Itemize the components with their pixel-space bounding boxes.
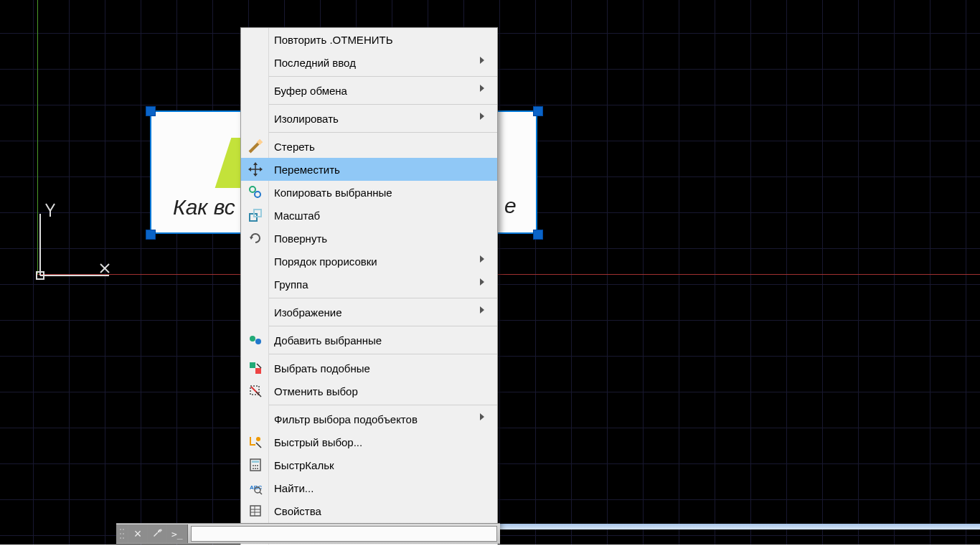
svg-point-45 bbox=[120, 533, 121, 534]
menu-item-label: Отменить выбор bbox=[274, 385, 358, 397]
object-text-left: Как вс bbox=[173, 195, 235, 220]
menu-item-label: Переместить bbox=[274, 164, 340, 176]
chevron-right-icon bbox=[480, 413, 484, 420]
menu-separator bbox=[268, 104, 497, 105]
ucs-icon bbox=[33, 201, 119, 287]
menu-item-label: Изолировать bbox=[274, 113, 339, 125]
menu-item-group[interactable]: Группа bbox=[241, 273, 497, 296]
menu-item-image[interactable]: Изображение bbox=[241, 301, 497, 324]
svg-point-47 bbox=[120, 537, 121, 539]
menu-item-label: Выбрать подобные bbox=[274, 362, 370, 375]
svg-marker-20 bbox=[250, 237, 253, 240]
svg-point-34 bbox=[255, 468, 256, 469]
cmdbar-settings-button[interactable] bbox=[148, 524, 167, 543]
quick-select-icon bbox=[245, 432, 265, 452]
erase-icon bbox=[245, 136, 265, 156]
menu-item-label: Быстрый выбор... bbox=[274, 436, 362, 448]
chevron-right-icon bbox=[480, 306, 484, 314]
svg-marker-13 bbox=[253, 174, 258, 176]
command-input[interactable] bbox=[191, 526, 497, 542]
menu-item-label: Масштаб bbox=[274, 209, 320, 222]
status-strip bbox=[0, 545, 980, 551]
menu-item-label: БыстрКальк bbox=[274, 459, 334, 471]
menu-item-properties[interactable]: Свойства bbox=[241, 499, 497, 522]
cmdbar-prompt: >_ bbox=[167, 524, 188, 543]
grip-bottom-left[interactable] bbox=[146, 230, 156, 240]
menu-item-label: Повторить .ОТМЕНИТЬ bbox=[274, 34, 393, 46]
menu-item-quickcalc[interactable]: БыстрКальк bbox=[241, 453, 497, 476]
axis-x-line bbox=[37, 274, 980, 275]
menu-item-move[interactable]: Переместить bbox=[241, 158, 497, 181]
menu-item-clipboard[interactable]: Буфер обмена bbox=[241, 79, 497, 102]
prompt-glyph: >_ bbox=[171, 529, 183, 540]
svg-point-21 bbox=[250, 336, 255, 342]
context-menu: Повторить .ОТМЕНИТЬ Последний ввод Буфер… bbox=[240, 27, 498, 551]
menu-item-draw-order[interactable]: Порядок прорисовки bbox=[241, 250, 497, 273]
menu-item-select-similar[interactable]: Выбрать подобные bbox=[241, 357, 497, 380]
svg-point-27 bbox=[256, 437, 260, 441]
svg-rect-23 bbox=[250, 362, 255, 368]
svg-line-4 bbox=[50, 204, 55, 211]
svg-point-22 bbox=[255, 339, 261, 344]
menu-item-label: Группа bbox=[274, 278, 308, 291]
menu-item-last-input[interactable]: Последний ввод bbox=[241, 51, 497, 74]
svg-point-43 bbox=[120, 529, 121, 530]
object-text-right: е bbox=[504, 194, 517, 218]
menu-item-label: Последний ввод bbox=[274, 57, 356, 69]
menu-item-label: Порядок прорисовки bbox=[274, 255, 377, 268]
menu-item-find[interactable]: ABC Найти... bbox=[241, 476, 497, 499]
menu-item-rotate[interactable]: Повернуть bbox=[241, 227, 497, 250]
svg-marker-12 bbox=[253, 162, 258, 165]
svg-point-48 bbox=[123, 537, 124, 539]
menu-item-deselect[interactable]: Отменить выбор bbox=[241, 380, 497, 402]
menu-item-scale[interactable]: Масштаб bbox=[241, 204, 497, 227]
menu-item-erase[interactable]: Стереть bbox=[241, 135, 497, 158]
grip-top-right[interactable] bbox=[533, 106, 543, 116]
menu-separator bbox=[268, 405, 497, 405]
close-icon: × bbox=[134, 527, 142, 540]
menu-item-label: Стереть bbox=[274, 141, 315, 153]
move-icon bbox=[245, 159, 265, 179]
svg-rect-29 bbox=[252, 461, 259, 463]
chevron-right-icon bbox=[480, 85, 484, 92]
grip-top-left[interactable] bbox=[146, 106, 156, 116]
svg-point-44 bbox=[123, 529, 124, 530]
cmdbar-grip-icon[interactable] bbox=[116, 524, 128, 543]
svg-point-17 bbox=[255, 192, 260, 197]
menu-item-copy-selected[interactable]: Копировать выбранные bbox=[241, 181, 497, 204]
wrench-icon bbox=[151, 527, 163, 541]
command-bar: × >_ bbox=[116, 523, 500, 544]
menu-item-repeat[interactable]: Повторить .ОТМЕНИТЬ bbox=[241, 28, 497, 51]
rotate-icon bbox=[245, 228, 265, 248]
menu-item-label: Добавить выбранные bbox=[274, 334, 382, 347]
menu-item-label: Буфер обмена bbox=[274, 85, 347, 97]
menu-separator bbox=[268, 132, 497, 133]
calculator-icon bbox=[245, 455, 265, 475]
grip-bottom-right[interactable] bbox=[533, 230, 543, 240]
svg-rect-39 bbox=[250, 506, 260, 516]
menu-item-label: Фильтр выбора подобъектов bbox=[274, 413, 418, 425]
menu-separator bbox=[268, 326, 497, 326]
chevron-right-icon bbox=[480, 113, 484, 120]
svg-rect-24 bbox=[255, 368, 261, 374]
menu-item-label: Повернуть bbox=[274, 232, 327, 245]
svg-point-33 bbox=[253, 468, 254, 469]
svg-marker-14 bbox=[248, 167, 251, 171]
menu-separator bbox=[268, 298, 497, 298]
svg-point-30 bbox=[253, 465, 254, 466]
cmdbar-close-button[interactable]: × bbox=[128, 524, 148, 543]
menu-item-add-selected[interactable]: Добавить выбранные bbox=[241, 329, 497, 352]
menu-item-label: Найти... bbox=[274, 482, 314, 494]
menu-item-label: Изображение bbox=[274, 306, 342, 319]
menu-item-isolate[interactable]: Изолировать bbox=[241, 107, 497, 130]
menu-separator bbox=[268, 76, 497, 77]
menu-item-subobject-filter[interactable]: Фильтр выбора подобъектов bbox=[241, 408, 497, 430]
deselect-icon bbox=[245, 381, 265, 401]
svg-point-32 bbox=[257, 465, 258, 466]
scale-icon bbox=[245, 205, 265, 225]
selection-overlay-strip bbox=[500, 524, 980, 529]
find-icon: ABC bbox=[245, 478, 265, 498]
svg-point-31 bbox=[255, 465, 256, 466]
menu-item-label: Копировать выбранные bbox=[274, 187, 392, 199]
menu-item-quick-select[interactable]: Быстрый выбор... bbox=[241, 430, 497, 453]
